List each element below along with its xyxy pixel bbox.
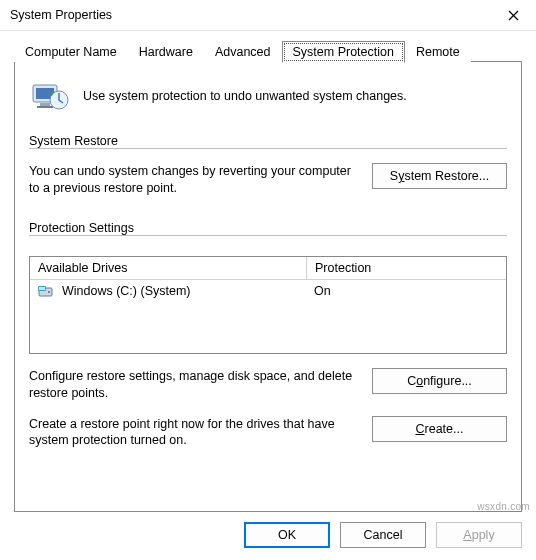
system-properties-window: System Properties Computer Name Hardware…: [0, 0, 536, 560]
tab-remote[interactable]: Remote: [405, 41, 471, 62]
drives-header: Available Drives Protection: [30, 257, 506, 280]
tab-system-protection[interactable]: System Protection: [282, 41, 405, 63]
group-system-restore: System Restore You can undo system chang…: [29, 136, 507, 197]
create-button[interactable]: Create...: [372, 416, 507, 442]
col-header-drive[interactable]: Available Drives: [30, 257, 307, 279]
svg-point-9: [48, 291, 50, 293]
tab-hardware[interactable]: Hardware: [128, 41, 204, 62]
tab-computer-name[interactable]: Computer Name: [14, 41, 128, 62]
watermark: wsxdn.com: [477, 501, 530, 512]
table-row[interactable]: Windows (C:) (System) On: [30, 280, 506, 302]
create-desc: Create a restore point right now for the…: [29, 416, 356, 450]
ok-button[interactable]: OK: [244, 522, 330, 548]
window-title: System Properties: [10, 8, 491, 22]
system-protection-icon: [29, 78, 69, 114]
svg-rect-11: [39, 287, 45, 290]
configure-button[interactable]: Configure...: [372, 368, 507, 394]
tab-page-system-protection: Use system protection to undo unwanted s…: [14, 62, 522, 512]
svg-rect-4: [40, 103, 50, 106]
tabstrip: Computer Name Hardware Advanced System P…: [14, 39, 522, 62]
legend-protection-settings: Protection Settings: [29, 221, 140, 235]
tab-advanced[interactable]: Advanced: [204, 41, 282, 62]
col-header-protection[interactable]: Protection: [307, 257, 506, 279]
svg-rect-5: [37, 106, 53, 108]
system-restore-button[interactable]: System Restore...: [372, 163, 507, 189]
intro-text: Use system protection to undo unwanted s…: [83, 89, 407, 103]
drives-list[interactable]: Available Drives Protection: [29, 256, 507, 354]
intro-row: Use system protection to undo unwanted s…: [29, 74, 507, 124]
drive-label: Windows (C:) (System): [62, 284, 190, 298]
system-restore-desc: You can undo system changes by reverting…: [29, 163, 356, 197]
configure-desc: Configure restore settings, manage disk …: [29, 368, 356, 402]
drive-icon: [38, 284, 56, 298]
titlebar: System Properties: [0, 0, 536, 31]
close-icon[interactable]: [491, 0, 536, 30]
cell-drive: Windows (C:) (System): [30, 280, 306, 302]
cell-protection: On: [306, 280, 506, 302]
dialog-button-bar: OK Cancel Apply: [14, 522, 522, 548]
apply-button[interactable]: Apply: [436, 522, 522, 548]
cancel-button[interactable]: Cancel: [340, 522, 426, 548]
legend-system-restore: System Restore: [29, 134, 124, 148]
group-protection-settings: Protection Settings Available Drives Pro…: [29, 223, 507, 450]
